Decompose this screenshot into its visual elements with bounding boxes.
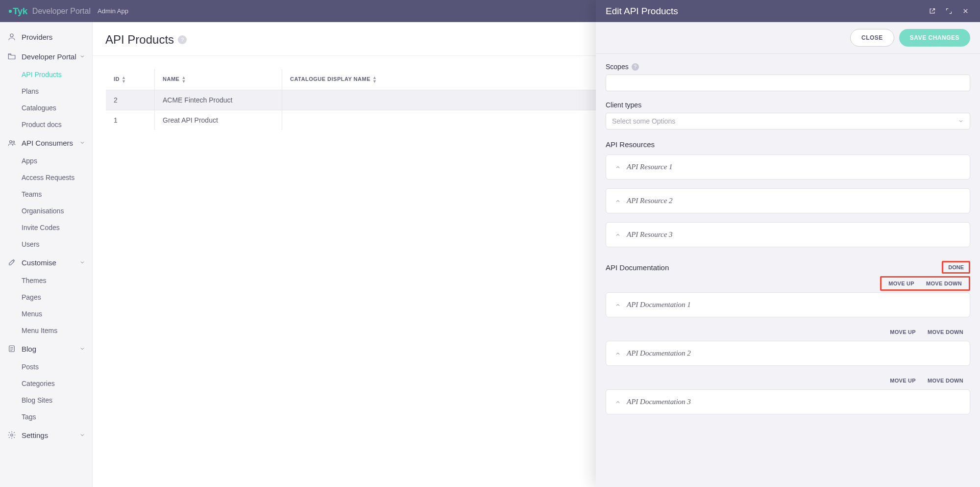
move-down-button[interactable]: MOVE DOWN: [926, 281, 962, 286]
sidebar-group-settings[interactable]: Settings: [0, 425, 92, 445]
api-resource-card[interactable]: API Resource 3: [606, 222, 970, 247]
sidebar-item-product-docs[interactable]: Product docs: [17, 116, 92, 133]
sidebar-item-catalogues[interactable]: Catalogues: [17, 100, 92, 116]
chevron-down-icon: [79, 53, 85, 59]
sidebar-item-plans[interactable]: Plans: [17, 83, 92, 100]
open-external-icon[interactable]: [927, 6, 937, 16]
sidebar: Providers Developer Portal API Products …: [0, 22, 93, 487]
sidebar-item-blog-sites[interactable]: Blog Sites: [17, 392, 92, 409]
api-resources-heading: API Resources: [606, 140, 970, 149]
move-down-button[interactable]: MOVE DOWN: [928, 378, 963, 384]
save-button[interactable]: SAVE CHANGES: [899, 29, 970, 47]
chevron-down-icon: [79, 432, 85, 438]
card-title: API Documentation 3: [627, 398, 691, 406]
sidebar-item-invite-codes[interactable]: Invite Codes: [17, 219, 92, 236]
column-header-id[interactable]: ID▲▼: [106, 69, 155, 90]
api-resource-card[interactable]: API Resource 1: [606, 154, 970, 179]
sidebar-item-api-products[interactable]: API Products: [17, 66, 92, 83]
panel-body: Scopes ? Client types Select some Option…: [596, 54, 980, 487]
sidebar-item-menus[interactable]: Menus: [17, 306, 92, 322]
scopes-input[interactable]: [606, 75, 970, 91]
client-types-label: Client types: [606, 101, 970, 109]
folder-icon: [7, 51, 17, 61]
api-docs-heading: API Documentation: [606, 263, 669, 272]
card-title: API Resource 2: [627, 197, 673, 205]
move-up-button[interactable]: MOVE UP: [890, 378, 916, 384]
sidebar-item-pages[interactable]: Pages: [17, 289, 92, 306]
sidebar-item-apps[interactable]: Apps: [17, 153, 92, 169]
done-button[interactable]: DONE: [942, 261, 970, 274]
sidebar-item-themes[interactable]: Themes: [17, 272, 92, 289]
card-title: API Resource 1: [627, 163, 673, 171]
move-buttons: MOVE UP MOVE DOWN: [880, 276, 970, 291]
card-title: API Documentation 2: [627, 349, 691, 358]
sidebar-item-organisations[interactable]: Organisations: [17, 203, 92, 219]
chevron-down-icon: [79, 140, 85, 146]
sidebar-group-developer-portal[interactable]: Developer Portal: [0, 47, 92, 66]
card-title: API Resource 3: [627, 231, 673, 239]
svg-point-0: [10, 34, 13, 37]
svg-point-4: [11, 434, 13, 436]
brand-subtitle: Developer Portal: [32, 7, 91, 16]
sidebar-item-menu-items[interactable]: Menu Items: [17, 322, 92, 339]
close-icon[interactable]: [960, 6, 970, 16]
chevron-up-icon: [615, 302, 621, 308]
panel-actions: CLOSE SAVE CHANGES: [596, 22, 980, 54]
sidebar-group-api-consumers[interactable]: API Consumers: [0, 133, 92, 153]
sort-icon: ▲▼: [122, 76, 126, 83]
sidebar-item-categories[interactable]: Categories: [17, 375, 92, 392]
sidebar-label: Customise: [22, 258, 56, 267]
admin-app-label: Admin App: [98, 7, 128, 15]
sidebar-label: Providers: [22, 33, 52, 41]
chevron-up-icon: [615, 164, 621, 170]
sidebar-label: API Consumers: [22, 139, 73, 147]
api-doc-card[interactable]: API Documentation 2: [606, 341, 970, 366]
sort-icon: ▲▼: [372, 76, 377, 83]
brush-icon: [7, 257, 17, 267]
chevron-up-icon: [615, 198, 621, 204]
sort-icon: ▲▼: [181, 76, 186, 83]
sidebar-label: Blog: [22, 345, 36, 353]
sidebar-item-providers[interactable]: Providers: [0, 27, 92, 47]
edit-panel: Edit API Products CLOSE SAVE CHANGES Sco…: [596, 0, 980, 487]
api-doc-card[interactable]: API Documentation 1: [606, 292, 970, 317]
move-up-button[interactable]: MOVE UP: [888, 281, 914, 286]
move-buttons: MOVE UP MOVE DOWN: [883, 375, 970, 386]
card-title: API Documentation 1: [627, 301, 691, 309]
client-types-select[interactable]: Select some Options: [606, 113, 970, 129]
sidebar-label: Settings: [22, 431, 48, 439]
chevron-down-icon: [958, 118, 964, 124]
api-resource-card[interactable]: API Resource 2: [606, 188, 970, 213]
sidebar-item-teams[interactable]: Teams: [17, 186, 92, 203]
move-up-button[interactable]: MOVE UP: [890, 329, 916, 335]
scopes-label: Scopes ?: [606, 63, 970, 71]
chevron-up-icon: [615, 399, 621, 405]
sidebar-item-posts[interactable]: Posts: [17, 359, 92, 375]
expand-icon[interactable]: [944, 6, 954, 16]
sidebar-group-blog[interactable]: Blog: [0, 339, 92, 359]
sidebar-group-customise[interactable]: Customise: [0, 253, 92, 272]
chevron-down-icon: [79, 259, 85, 265]
close-button[interactable]: CLOSE: [850, 29, 894, 47]
users-icon: [7, 138, 17, 148]
sidebar-item-tags[interactable]: Tags: [17, 409, 92, 425]
help-icon[interactable]: ?: [632, 63, 639, 71]
brand-name: Tyk: [9, 6, 27, 17]
sidebar-label: Developer Portal: [22, 52, 76, 61]
move-down-button[interactable]: MOVE DOWN: [928, 329, 963, 335]
sidebar-item-users[interactable]: Users: [17, 236, 92, 253]
user-icon: [7, 32, 17, 42]
svg-point-2: [13, 141, 15, 143]
api-doc-card[interactable]: API Documentation 3: [606, 389, 970, 414]
sidebar-item-access-requests[interactable]: Access Requests: [17, 169, 92, 186]
panel-title: Edit API Products: [606, 6, 920, 17]
help-icon[interactable]: ?: [178, 35, 187, 44]
chevron-up-icon: [615, 232, 621, 238]
move-buttons: MOVE UP MOVE DOWN: [883, 326, 970, 338]
page-title: API Products: [105, 33, 174, 47]
logo: Tyk Developer Portal: [9, 6, 91, 17]
column-header-name[interactable]: NAME▲▼: [155, 69, 282, 90]
panel-header: Edit API Products: [596, 0, 980, 22]
chevron-up-icon: [615, 351, 621, 357]
document-icon: [7, 344, 17, 354]
